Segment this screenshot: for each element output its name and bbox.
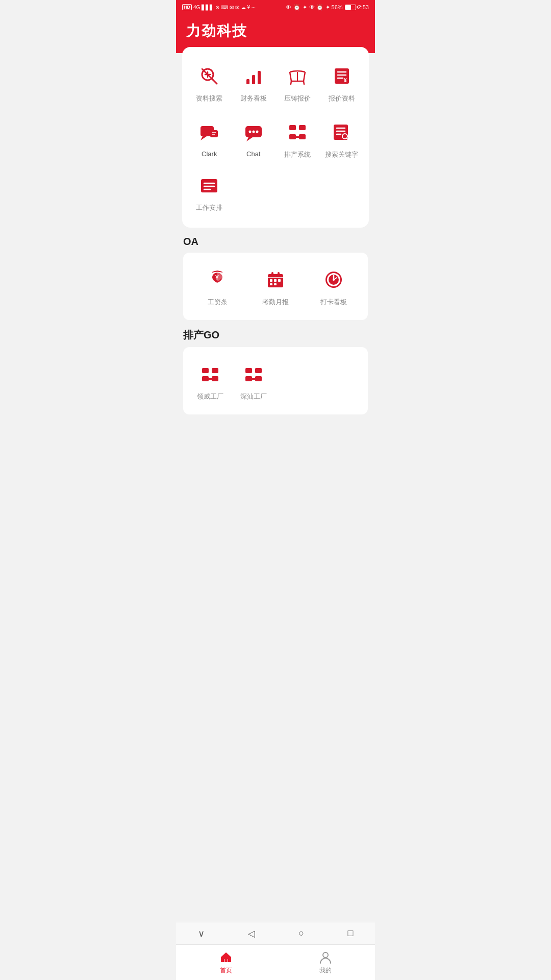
svg-rect-49 <box>278 279 281 282</box>
menu-item-work-arrange[interactable]: 工作安排 <box>187 166 232 217</box>
production-sys-icon <box>284 118 311 146</box>
oa-section: OA ¥ 工资条 <box>183 236 368 320</box>
status-bar: HD 4G ▋▋▋ ⊗ ⌨ ✉ ✉ ☁ ¥ ··· 👁 ⏰ ✦ 👁 ⏰ ✦ 56… <box>176 0 375 14</box>
menu-item-quote-data[interactable]: ¥ 报价资料 <box>320 57 364 108</box>
svg-point-69 <box>323 952 328 958</box>
production-grid: 领威工厂 深汕工厂 <box>188 355 363 406</box>
nav-mine-label: 我的 <box>319 966 332 975</box>
svg-rect-67 <box>251 378 257 380</box>
menu-item-clark[interactable]: Clark <box>187 113 232 164</box>
menu-item-lingwei[interactable]: 领威工厂 <box>188 355 232 406</box>
main-row3: 工作安排 <box>187 166 364 217</box>
menu-item-salary[interactable]: ¥ 工资条 <box>188 261 246 312</box>
status-left-icons: HD 4G ▋▋▋ ⊗ ⌨ ✉ ✉ ☁ ¥ ··· <box>182 4 256 10</box>
sys-nav-back[interactable]: ◁ <box>248 928 255 939</box>
svg-line-10 <box>291 81 291 84</box>
oa-card: ¥ 工资条 <box>183 253 368 320</box>
bluetooth-icon: ✦ <box>303 4 307 11</box>
production-title: 排产GO <box>183 328 368 342</box>
quote-data-icon: ¥ <box>328 62 356 90</box>
svg-rect-68 <box>224 959 228 962</box>
finance-board-label: 财务看板 <box>240 94 267 103</box>
menu-item-search-keyword[interactable]: 搜索关键字 <box>320 113 364 164</box>
work-arrange-label: 工作安排 <box>196 203 222 212</box>
svg-point-23 <box>248 131 251 133</box>
svg-rect-64 <box>255 368 262 373</box>
attendance-icon <box>262 266 289 293</box>
menu-item-production-sys[interactable]: 排产系统 <box>276 113 320 164</box>
svg-line-11 <box>304 81 304 84</box>
svg-rect-45 <box>278 272 280 276</box>
svg-rect-59 <box>212 368 218 373</box>
wifi-icon: ▋▋▋ <box>202 5 214 10</box>
svg-marker-18 <box>201 136 207 140</box>
status-right-icons: 👁 ⏰ ✦ 👁 ⏰ ✦ 56% 2:53 <box>286 4 369 11</box>
svg-rect-48 <box>274 279 277 282</box>
svg-rect-44 <box>271 272 273 276</box>
menu-item-checkin[interactable]: 打卡看板 <box>305 261 363 312</box>
quote-data-label: 报价资料 <box>329 94 355 103</box>
signal-icon: 4G <box>193 5 200 10</box>
svg-point-24 <box>252 131 255 133</box>
oa-grid: ¥ 工资条 <box>188 261 363 312</box>
svg-marker-26 <box>246 137 253 141</box>
menu-item-shenzhen[interactable]: 深汕工厂 <box>232 355 276 406</box>
sys-nav-down[interactable]: ∨ <box>198 928 205 939</box>
svg-rect-19 <box>210 130 218 137</box>
sys-nav-home[interactable]: ○ <box>298 928 304 939</box>
bottom-nav: 首页 我的 <box>176 944 375 980</box>
hd-icon: HD <box>182 4 192 10</box>
svg-rect-31 <box>293 136 302 138</box>
svg-rect-51 <box>274 283 277 285</box>
shenzhen-icon <box>240 360 267 388</box>
lingwei-icon <box>196 360 224 388</box>
clark-icon <box>195 118 223 146</box>
eye-icon: 👁 <box>286 4 291 10</box>
production-section: 排产GO 领威工厂 <box>183 328 368 414</box>
menu-item-die-cast[interactable]: 压铸报价 <box>276 57 320 108</box>
svg-rect-8 <box>258 71 261 84</box>
nav-home-label: 首页 <box>220 966 232 975</box>
sys-nav-recent[interactable]: □ <box>347 928 353 939</box>
time: 2:53 <box>358 4 369 10</box>
svg-rect-12 <box>335 68 349 84</box>
work-arrange-icon <box>195 172 223 199</box>
menu-item-data-search[interactable]: 资料搜索 <box>187 57 232 108</box>
svg-rect-58 <box>202 368 209 373</box>
svg-rect-63 <box>245 368 252 373</box>
salary-icon: ¥ <box>204 266 231 293</box>
clark-label: Clark <box>202 150 217 158</box>
data-search-label: 资料搜索 <box>196 94 222 103</box>
svg-rect-47 <box>270 279 272 282</box>
lingwei-label: 领威工厂 <box>197 392 223 401</box>
shenzhen-label: 深汕工厂 <box>240 392 267 401</box>
svg-rect-50 <box>270 283 272 285</box>
search-keyword-label: 搜索关键字 <box>325 150 358 159</box>
production-card: 领威工厂 深汕工厂 <box>183 347 368 414</box>
nav-mine[interactable]: 我的 <box>276 950 375 975</box>
wifi2-icon: ⊗ <box>215 5 219 10</box>
attendance-label: 考勤月报 <box>262 298 289 307</box>
data-search-icon <box>195 62 223 90</box>
svg-text:¥: ¥ <box>344 78 347 83</box>
battery-percent: 👁 ⏰ ✦ 56% <box>309 4 342 11</box>
oa-title: OA <box>183 236 368 248</box>
svg-point-25 <box>256 131 258 133</box>
svg-rect-32 <box>334 125 348 140</box>
nav-home[interactable]: 首页 <box>176 950 276 975</box>
menu-item-attendance[interactable]: 考勤月报 <box>246 261 305 312</box>
alarm-icon: ⏰ <box>293 4 300 11</box>
search-keyword-icon <box>328 118 356 146</box>
svg-text:¥: ¥ <box>215 274 219 281</box>
svg-point-57 <box>333 279 335 281</box>
sys-nav-bar: ∨ ◁ ○ □ <box>176 922 375 944</box>
app-title: 力劲科技 <box>186 21 365 41</box>
svg-rect-62 <box>207 378 213 380</box>
production-sys-label: 排产系统 <box>284 150 311 159</box>
menu-item-chat[interactable]: Chat <box>232 113 276 164</box>
menu-item-finance-board[interactable]: 财务看板 <box>232 57 276 108</box>
svg-rect-6 <box>246 79 249 84</box>
chat-label: Chat <box>246 150 260 158</box>
battery-icon <box>345 5 356 10</box>
die-cast-label: 压铸报价 <box>284 94 311 103</box>
